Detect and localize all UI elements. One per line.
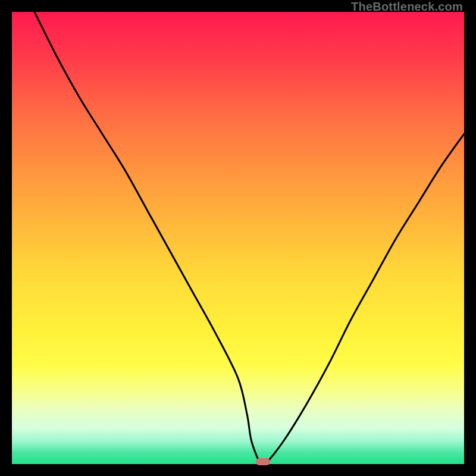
plot-area xyxy=(12,12,464,464)
minimum-marker xyxy=(256,458,270,465)
bottleneck-curve xyxy=(12,12,464,464)
chart-frame: TheBottleneck.com xyxy=(0,0,476,476)
